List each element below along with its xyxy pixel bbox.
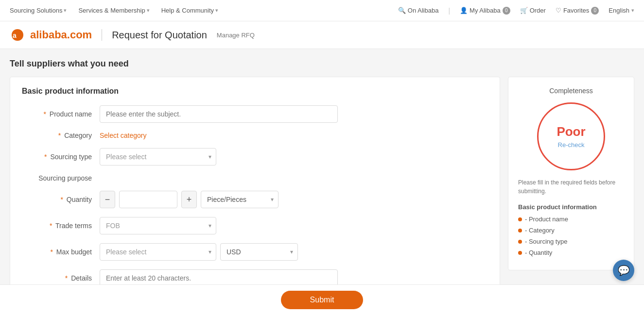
details-label: * Details [22,274,100,282]
quantity-input[interactable] [119,191,177,208]
my-alibaba-badge: 0 [503,7,510,15]
search-icon: 🔍 [398,7,406,14]
product-name-control [100,105,488,123]
order-icon: 🛒 [520,7,528,14]
language-chevron-icon: ▾ [631,7,634,14]
category-row: * Category Select category [22,132,488,139]
page-content: Tell suppliers what you need Basic produ… [0,49,644,315]
completeness-dot-product-name [518,217,522,221]
budget-wrap: Please select < 500 500 - 1000 1000 - 50… [100,243,488,261]
completeness-dot-quantity [518,251,522,255]
sourcing-type-label: * Sourcing type [22,153,100,161]
nav-help-community[interactable]: Help & Community ▾ [161,7,218,14]
quantity-label: * Quantity [22,196,100,203]
sourcing-type-select-wrapper: Please select Spot purchase Ongoing sour… [100,148,216,166]
currency-select-wrapper: USD EUR GBP CNY JPY ▾ [220,243,298,261]
details-required-marker: * [65,274,68,282]
top-nav-left: Sourcing Solutions ▾ Services & Membersh… [10,7,218,14]
product-name-required-marker: * [43,110,46,118]
unit-select[interactable]: Piece/Pieces Sets Bags Boxes Pairs Carto… [201,191,278,208]
nav-services-membership[interactable]: Services & Membership ▾ [78,7,149,14]
select-category-link[interactable]: Select category [100,132,147,139]
nav-divider-1: | [448,7,450,15]
budget-select-wrapper: Please select < 500 500 - 1000 1000 - 50… [100,243,216,261]
help-community-chevron-icon: ▾ [215,7,218,14]
max-budget-row: * Max budget Please select < 500 500 - 1… [22,243,488,261]
budget-select[interactable]: Please select < 500 500 - 1000 1000 - 50… [100,243,216,261]
services-membership-chevron-icon: ▾ [147,7,150,14]
svg-text:a: a [13,32,17,39]
completeness-item-category: - Category [518,227,624,234]
quantity-row: * Quantity − + Piece/Pieces Sets Bags [22,191,488,208]
completeness-gauge: Poor Re-check [537,102,605,170]
completeness-dot-sourcing-type [518,240,522,244]
completeness-card: Completeness Poor Re-check Please fill i… [508,77,634,270]
page-header: a alibaba.com Request for Quotation Mana… [0,21,644,49]
top-nav-right: 🔍 On Alibaba | 👤 My Alibaba 0 🛒 Order ♡ … [398,7,634,15]
on-alibaba-search[interactable]: 🔍 On Alibaba [398,7,439,14]
completeness-item-quantity: - Quantity [518,249,624,256]
sourcing-purpose-row: Sourcing purpose [22,174,488,182]
form-card: Basic product information * Product name… [10,77,500,306]
user-icon: 👤 [460,7,468,14]
product-name-row: * Product name [22,105,488,123]
completeness-dot-category [518,229,522,232]
category-label: * Category [22,132,100,139]
logo: a alibaba.com [10,27,92,43]
logo-text: alibaba.com [30,29,92,41]
alibaba-logo-icon: a [10,27,25,43]
max-budget-control: Please select < 500 500 - 1000 1000 - 50… [100,243,488,261]
favorites-badge: 0 [591,7,599,15]
quantity-decrement-button[interactable]: − [100,191,115,208]
trade-terms-label: * Trade terms [22,222,100,230]
heart-icon: ♡ [556,7,561,14]
quantity-control: − + Piece/Pieces Sets Bags Boxes Pairs C… [100,191,488,208]
completeness-item-product-name: - Product name [518,216,624,223]
completeness-note: Please fill in the required fields befor… [518,178,624,196]
product-name-label: * Product name [22,110,100,118]
completeness-section-title: Basic product information [518,203,624,211]
my-alibaba[interactable]: 👤 My Alibaba 0 [460,7,510,15]
sourcing-solutions-chevron-icon: ▾ [64,7,67,14]
quantity-increment-button[interactable]: + [181,191,197,208]
order-nav[interactable]: 🛒 Order [520,7,546,14]
chat-bubble-button[interactable]: 💬 [613,260,634,281]
category-control: Select category [100,132,488,139]
nav-sourcing-solutions[interactable]: Sourcing Solutions ▾ [10,7,67,14]
currency-select[interactable]: USD EUR GBP CNY JPY [220,243,298,261]
main-layout: Basic product information * Product name… [10,77,634,306]
product-name-input[interactable] [100,105,338,123]
sourcing-purpose-label: Sourcing purpose [22,174,100,182]
max-budget-label: * Max budget [22,248,100,256]
unit-select-wrapper: Piece/Pieces Sets Bags Boxes Pairs Carto… [201,191,278,208]
chat-icon: 💬 [618,265,630,276]
quantity-required-marker: * [61,196,63,203]
trade-terms-required-marker: * [50,222,52,230]
top-navigation: Sourcing Solutions ▾ Services & Membersh… [0,0,644,21]
submit-button[interactable]: Submit [281,291,364,309]
completeness-title: Completeness [518,87,624,95]
submit-bar: Submit [0,284,644,315]
sourcing-type-required-marker: * [44,153,47,161]
manage-rfq-link[interactable]: Manage RFQ [217,32,255,39]
trade-terms-row: * Trade terms FOB EXW CIF CFR DDP ▾ [22,217,488,234]
sourcing-type-select[interactable]: Please select Spot purchase Ongoing sour… [100,148,216,166]
header-divider [102,29,102,41]
trade-terms-select-wrapper: FOB EXW CIF CFR DDP ▾ [100,217,216,234]
page-title: Request for Quotation [112,30,207,41]
trade-terms-control: FOB EXW CIF CFR DDP ▾ [100,217,488,234]
page-heading: Tell suppliers what you need [10,59,634,69]
sourcing-type-row: * Sourcing type Please select Spot purch… [22,148,488,166]
favorites-nav[interactable]: ♡ Favorites 0 [556,7,599,15]
max-budget-required-marker: * [50,248,52,256]
form-card-title: Basic product information [22,87,488,96]
recheck-link[interactable]: Re-check [558,141,585,149]
trade-terms-select[interactable]: FOB EXW CIF CFR DDP [100,217,216,234]
sourcing-type-control: Please select Spot purchase Ongoing sour… [100,148,488,166]
category-required-marker: * [58,132,61,139]
completeness-rating: Poor [557,124,585,139]
completeness-item-sourcing-type: - Sourcing type [518,238,624,245]
gauge-wrap: Poor Re-check [518,102,624,170]
language-selector[interactable]: English ▾ [609,7,634,14]
quantity-wrap: − + Piece/Pieces Sets Bags Boxes Pairs C… [100,191,488,208]
